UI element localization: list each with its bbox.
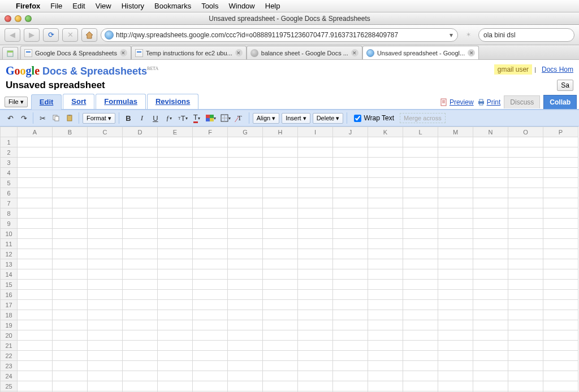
cell-M24[interactable] [438,371,473,381]
cell-K13[interactable] [368,259,403,269]
cell-F15[interactable] [193,280,228,290]
cell-F9[interactable] [193,219,228,229]
cell-L23[interactable] [403,361,438,371]
cell-K16[interactable] [368,290,403,300]
tab-formulas[interactable]: Formulas [96,94,146,109]
format-dropdown[interactable]: Format ▾ [83,113,115,124]
cell-C24[interactable] [88,371,123,381]
cell-A17[interactable] [18,300,53,310]
cell-N13[interactable] [473,259,508,269]
column-header-D[interactable]: D [123,127,158,137]
cell-J12[interactable] [333,249,368,259]
cell-L2[interactable] [403,147,438,158]
row-header-24[interactable]: 24 [1,371,18,381]
cell-F24[interactable] [193,371,228,381]
cell-C14[interactable] [88,269,123,280]
cell-H6[interactable] [263,188,298,198]
print-link[interactable]: Print [477,98,501,106]
row-header-23[interactable]: 23 [1,361,18,371]
cell-D4[interactable] [123,168,158,178]
cell-F25[interactable] [193,381,228,391]
cell-L1[interactable] [403,137,438,147]
cell-K23[interactable] [368,361,403,371]
cell-C2[interactable] [88,147,123,158]
column-header-F[interactable]: F [193,127,228,137]
home-button[interactable] [81,28,97,42]
cell-A20[interactable] [18,330,53,341]
menu-app[interactable]: Firefox [16,2,40,10]
cell-C19[interactable] [88,320,123,330]
cell-D17[interactable] [123,300,158,310]
cell-P5[interactable] [543,178,578,188]
cell-L11[interactable] [403,239,438,249]
cell-H16[interactable] [263,290,298,300]
cell-O24[interactable] [508,371,543,381]
cell-L10[interactable] [403,229,438,239]
cell-A2[interactable] [18,147,53,158]
cell-O16[interactable] [508,290,543,300]
cell-H1[interactable] [263,137,298,147]
google-docs-logo[interactable]: Google Docs & SpreadsheetsBETA [6,64,158,77]
align-dropdown[interactable]: Align ▾ [253,113,279,124]
cell-K5[interactable] [368,178,403,188]
cell-M1[interactable] [438,137,473,147]
cell-O11[interactable] [508,239,543,249]
cell-M7[interactable] [438,198,473,208]
cell-G4[interactable] [228,168,263,178]
cell-B24[interactable] [53,371,88,381]
cell-N3[interactable] [473,158,508,168]
new-tab-button[interactable] [2,47,18,59]
cell-E17[interactable] [158,300,193,310]
cell-A9[interactable] [18,219,53,229]
cell-F3[interactable] [193,158,228,168]
font-family-button[interactable]: ƒ▾ [163,112,175,124]
cell-E11[interactable] [158,239,193,249]
cell-F10[interactable] [193,229,228,239]
cell-I13[interactable] [298,259,333,269]
cell-H23[interactable] [263,361,298,371]
cell-F21[interactable] [193,341,228,351]
cell-B25[interactable] [53,381,88,391]
url-dropdown-icon[interactable]: ▾ [448,31,454,39]
italic-button[interactable]: I [136,112,148,124]
cell-E12[interactable] [158,249,193,259]
cell-D10[interactable] [123,229,158,239]
cell-K19[interactable] [368,320,403,330]
cell-I11[interactable] [298,239,333,249]
cell-K1[interactable] [368,137,403,147]
font-size-button[interactable]: TT▾ [177,112,189,124]
cell-P15[interactable] [543,280,578,290]
cell-E23[interactable] [158,361,193,371]
cell-K14[interactable] [368,269,403,280]
cell-N17[interactable] [473,300,508,310]
cell-H15[interactable] [263,280,298,290]
insert-dropdown[interactable]: Insert ▾ [282,113,310,124]
cell-G2[interactable] [228,147,263,158]
cell-P6[interactable] [543,188,578,198]
cell-G10[interactable] [228,229,263,239]
cell-O23[interactable] [508,361,543,371]
cell-N25[interactable] [473,381,508,391]
cell-I5[interactable] [298,178,333,188]
column-header-E[interactable]: E [158,127,193,137]
cell-P1[interactable] [543,137,578,147]
tab-close-button[interactable]: ✕ [120,49,127,56]
cell-B9[interactable] [53,219,88,229]
cell-D21[interactable] [123,341,158,351]
cell-P25[interactable] [543,381,578,391]
cell-K3[interactable] [368,158,403,168]
cell-F19[interactable] [193,320,228,330]
cell-E9[interactable] [158,219,193,229]
cell-N5[interactable] [473,178,508,188]
cell-G11[interactable] [228,239,263,249]
cell-E2[interactable] [158,147,193,158]
cell-M10[interactable] [438,229,473,239]
cell-M13[interactable] [438,259,473,269]
cell-F16[interactable] [193,290,228,300]
cell-J5[interactable] [333,178,368,188]
cell-F18[interactable] [193,310,228,320]
cell-K11[interactable] [368,239,403,249]
cell-I1[interactable] [298,137,333,147]
cell-D9[interactable] [123,219,158,229]
cell-E7[interactable] [158,198,193,208]
